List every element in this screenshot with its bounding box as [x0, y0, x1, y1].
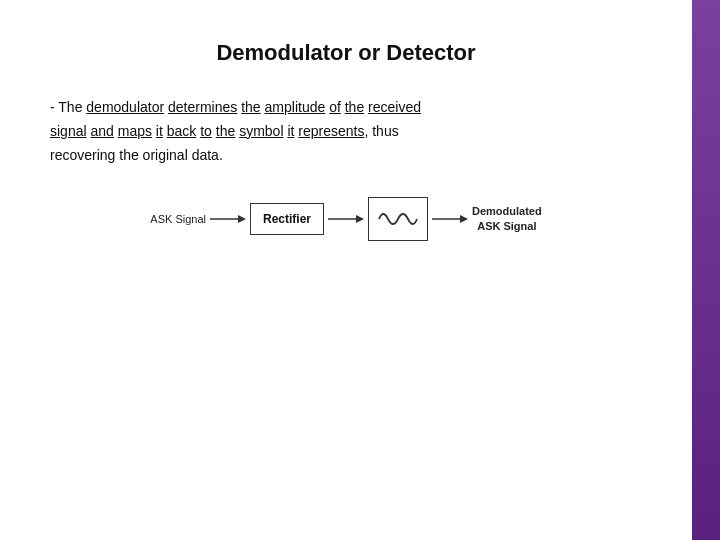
underline-the1: the	[241, 99, 260, 115]
underline-demodulator: demodulator	[86, 99, 164, 115]
svg-marker-1	[238, 215, 246, 223]
underline-it1: it	[156, 123, 163, 139]
underline-represents: represents	[298, 123, 364, 139]
slide-title: Demodulator or Detector	[50, 40, 642, 66]
arrow-3	[432, 212, 468, 226]
underline-of: of	[329, 99, 341, 115]
underline-the2: the	[345, 99, 364, 115]
underline-to: to	[200, 123, 212, 139]
underline-determines: determines	[168, 99, 237, 115]
underline-received: received	[368, 99, 421, 115]
output-label: Demodulated ASK Signal	[472, 204, 542, 235]
arrow-1	[210, 212, 246, 226]
diagram-area: ASK Signal Rectifier	[50, 197, 642, 241]
input-label: ASK Signal	[150, 213, 206, 225]
diagram-wrapper: ASK Signal Rectifier	[150, 197, 541, 241]
underline-amplitude: amplitude	[265, 99, 326, 115]
underline-it2: it	[287, 123, 294, 139]
underline-and: and	[90, 123, 113, 139]
svg-marker-3	[356, 215, 364, 223]
underline-symbol: symbol	[239, 123, 283, 139]
slide-content: Demodulator or Detector - The demodulato…	[0, 0, 692, 540]
filter-block	[368, 197, 428, 241]
underline-maps: maps	[118, 123, 152, 139]
rectifier-block: Rectifier	[250, 203, 324, 235]
svg-marker-5	[460, 215, 468, 223]
arrow-2	[328, 212, 364, 226]
underline-signal: signal	[50, 123, 87, 139]
description-text: - The demodulator determines the amplitu…	[50, 96, 642, 167]
right-sidebar	[692, 0, 720, 540]
underline-the3: the	[216, 123, 235, 139]
underline-back: back	[167, 123, 197, 139]
